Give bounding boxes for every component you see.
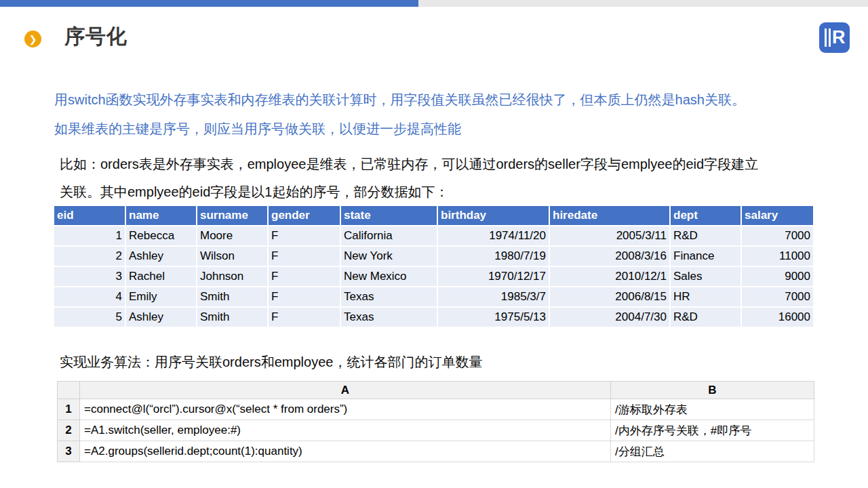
employee-col-header: hiredate: [549, 206, 670, 226]
employee-col-header: dept: [670, 206, 741, 226]
employee-cell: 16000: [741, 307, 813, 327]
employee-cell: 4: [54, 287, 125, 307]
code-col-header: B: [611, 382, 814, 399]
employee-col-header: eid: [54, 206, 125, 226]
employee-cell: 7000: [741, 287, 813, 307]
employee-cell: 9000: [741, 266, 813, 287]
employee-cell: 2005/3/11: [549, 226, 670, 246]
employee-cell: 3: [54, 266, 125, 287]
employee-cell: 2006/8/15: [549, 287, 670, 307]
employee-table-body: 1RebeccaMooreFCalifornia1974/11/202005/3…: [54, 226, 813, 327]
employee-cell: 2008/3/16: [549, 246, 670, 266]
intro-paragraph: 用switch函数实现外存事实表和内存维表的关联计算时，用字段值关联虽然已经很快…: [54, 85, 827, 144]
code-cell-b: /游标取外存表: [611, 399, 814, 420]
code-table: AB 1=connect@l(“orcl”).cursor@x(“select …: [57, 381, 814, 462]
code-corner-cell: [58, 382, 80, 399]
employee-col-header: surname: [197, 206, 268, 226]
table-row: 4EmilySmithFTexas1985/3/72006/8/15HR7000: [54, 287, 813, 307]
table-row: 2=A1.switch(seller, employee:#)/内外存序号关联，…: [58, 420, 814, 441]
code-cell-a: =A1.switch(seller, employee:#): [80, 420, 611, 441]
employee-cell: 1: [54, 226, 125, 246]
employee-cell: F: [268, 287, 340, 307]
example-paragraph: 比如：orders表是外存事实表，employee是维表，已常驻内存，可以通过o…: [60, 150, 833, 206]
employee-cell: 2: [54, 246, 125, 266]
employee-cell: F: [268, 307, 340, 327]
employee-col-header: birthday: [437, 206, 549, 226]
employee-cell: Johnson: [197, 266, 268, 287]
employee-cell: 2004/7/30: [549, 307, 670, 327]
employee-cell: Finance: [670, 246, 741, 266]
employee-cell: 5: [54, 307, 125, 327]
table-row: 3=A2.groups(sellerid.dept;count(1):quant…: [58, 441, 814, 462]
employee-col-header: gender: [268, 206, 340, 226]
topbar-secondary: [418, 0, 868, 7]
employee-cell: Moore: [197, 226, 268, 246]
employee-cell: Rachel: [125, 266, 197, 287]
table-row: 5AshleySmithFTexas1975/5/132004/7/30R&D1…: [54, 307, 813, 327]
employee-cell: 1970/12/17: [437, 266, 549, 287]
table-row: 3RachelJohnsonFNew Mexico1970/12/172010/…: [54, 266, 813, 287]
table-row: 1=connect@l(“orcl”).cursor@x(“select * f…: [58, 399, 814, 420]
topbar-accent: [0, 0, 418, 7]
employee-cell: R&D: [670, 226, 741, 246]
algorithm-caption: 实现业务算法：用序号关联orders和employee，统计各部门的订单数量: [60, 353, 482, 371]
table-row: 1RebeccaMooreFCalifornia1974/11/202005/3…: [54, 226, 813, 246]
code-table-body: 1=connect@l(“orcl”).cursor@x(“select * f…: [58, 399, 814, 462]
logo-stripe: [829, 28, 831, 47]
employee-cell: HR: [670, 287, 741, 307]
employee-col-header: state: [340, 206, 437, 226]
logo-stripe: [825, 28, 827, 47]
employee-cell: Ashley: [125, 246, 197, 266]
employee-table: eidnamesurnamegenderstatebirthdayhiredat…: [54, 206, 813, 327]
employee-cell: Emily: [125, 287, 197, 307]
employee-col-header: name: [125, 206, 197, 226]
code-col-header: A: [80, 382, 611, 399]
employee-cell: California: [340, 226, 437, 246]
employee-cell: New Mexico: [340, 266, 437, 287]
example-line-2: 关联。其中emplyee的eid字段是以1起始的序号，部分数据如下：: [60, 184, 448, 199]
employee-cell: Sales: [670, 266, 741, 287]
employee-cell: Wilson: [197, 246, 268, 266]
intro-line-1: 用switch函数实现外存事实表和内存维表的关联计算时，用字段值关联虽然已经很快…: [54, 92, 745, 107]
page-title: 序号化: [64, 23, 127, 51]
employee-cell: 1974/11/20: [437, 226, 549, 246]
title-row: ❯ 序号化: [24, 23, 127, 51]
intro-line-2: 如果维表的主键是序号，则应当用序号做关联，以便进一步提高性能: [54, 121, 461, 136]
employee-cell: 1985/3/7: [437, 287, 549, 307]
employee-cell: 2010/12/1: [549, 266, 670, 287]
code-header-row: AB: [58, 382, 814, 399]
employee-cell: 1975/5/13: [437, 307, 549, 327]
chevron-bullet-icon: ❯: [24, 30, 41, 47]
employee-cell: F: [268, 226, 340, 246]
code-row-number: 3: [58, 441, 80, 462]
employee-cell: Smith: [197, 307, 268, 327]
employee-header-row: eidnamesurnamegenderstatebirthdayhiredat…: [54, 206, 813, 226]
employee-col-header: salary: [741, 206, 813, 226]
employee-cell: Texas: [340, 287, 437, 307]
code-cell-a: =connect@l(“orcl”).cursor@x(“select * fr…: [80, 399, 611, 420]
employee-cell: F: [268, 266, 340, 287]
employee-cell: Ashley: [125, 307, 197, 327]
employee-cell: Rebecca: [125, 226, 197, 246]
employee-cell: R&D: [670, 307, 741, 327]
code-row-number: 1: [58, 399, 80, 420]
code-cell-b: /分组汇总: [611, 441, 814, 462]
employee-cell: 1980/7/19: [437, 246, 549, 266]
example-line-1: 比如：orders表是外存事实表，employee是维表，已常驻内存，可以通过o…: [60, 157, 758, 171]
table-row: 2AshleyWilsonFNew York1980/7/192008/3/16…: [54, 246, 813, 266]
code-cell-a: =A2.groups(sellerid.dept;count(1):quanti…: [80, 441, 611, 462]
code-row-number: 2: [58, 420, 80, 441]
code-cell-b: /内外存序号关联，#即序号: [611, 420, 814, 441]
employee-cell: Smith: [197, 287, 268, 307]
employee-cell: F: [268, 246, 340, 266]
raqsoft-logo-icon: R: [819, 22, 850, 53]
employee-cell: Texas: [340, 307, 437, 327]
employee-cell: New York: [340, 246, 437, 266]
logo-letter: R: [832, 27, 846, 47]
employee-cell: 11000: [741, 246, 813, 266]
employee-cell: 7000: [741, 226, 813, 246]
